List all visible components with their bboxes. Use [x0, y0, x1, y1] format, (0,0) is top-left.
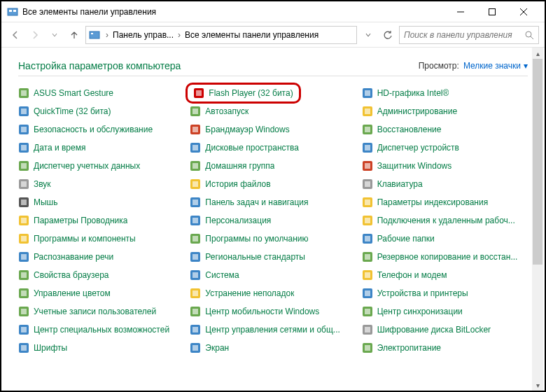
scrollbar[interactable]: ▴ ▾: [532, 48, 543, 391]
window-title: Все элементы панели управления: [22, 7, 444, 17]
applet-icon: [190, 142, 201, 153]
up-button[interactable]: [66, 27, 83, 43]
control-panel-item[interactable]: Программы и компоненты: [18, 232, 184, 246]
control-panel-item[interactable]: Панель задач и навигация: [190, 195, 356, 209]
applet-label: Клавиатура: [377, 179, 423, 189]
control-panel-item[interactable]: Система: [190, 268, 356, 282]
control-panel-item[interactable]: Центр специальных возможностей: [18, 323, 184, 337]
control-panel-icon: [89, 29, 100, 41]
control-panel-item[interactable]: HD-графика Intel®: [362, 86, 528, 100]
svg-rect-82: [365, 290, 370, 296]
svg-rect-96: [21, 345, 27, 351]
close-button[interactable]: [507, 2, 539, 22]
control-panel-item[interactable]: Параметры Проводника: [18, 214, 184, 227]
control-panel-item[interactable]: Безопасность и обслуживание: [18, 122, 184, 136]
control-panel-item[interactable]: Центр мобильности Windows: [190, 304, 356, 318]
svg-rect-1: [9, 10, 12, 12]
control-panel-item[interactable]: ASUS Smart Gesture: [18, 86, 184, 100]
control-panel-item[interactable]: Параметры индексирования: [362, 195, 528, 209]
applet-icon: [190, 215, 201, 226]
chevron-right-icon[interactable]: ›: [103, 30, 111, 40]
forward-button[interactable]: [27, 27, 43, 43]
control-panel-item[interactable]: Мышь: [18, 195, 184, 209]
control-panel-item[interactable]: Персонализация: [190, 214, 356, 227]
control-panel-item[interactable]: Распознавание речи: [18, 250, 184, 264]
control-panel-item[interactable]: Телефон и модем: [362, 268, 528, 282]
svg-rect-80: [192, 290, 198, 296]
applet-label: Защитник Windows: [377, 161, 452, 171]
control-panel-item[interactable]: Домашняя группа: [190, 159, 356, 173]
search-input[interactable]: [404, 30, 524, 40]
control-panel-item[interactable]: Региональные стандарты: [190, 250, 356, 264]
control-panel-item[interactable]: Управление цветом: [18, 286, 184, 300]
scrollbar-thumb[interactable]: [533, 59, 542, 265]
control-panel-item[interactable]: История файлов: [190, 177, 356, 191]
svg-rect-66: [21, 254, 27, 260]
breadcrumb-segment[interactable]: Все элементы панели управления: [183, 30, 320, 40]
control-panel-item[interactable]: Устранение неполадок: [190, 286, 356, 300]
applet-label: Мышь: [34, 197, 58, 207]
control-panel-item[interactable]: Клавиатура: [362, 177, 528, 191]
control-panel-item[interactable]: Экран: [190, 341, 356, 355]
applet-label: Восстановление: [377, 125, 442, 134]
applet-label: Учетные записи пользователей: [34, 307, 156, 316]
chevron-right-icon[interactable]: ›: [175, 30, 183, 40]
applet-icon: [18, 306, 29, 317]
applet-label: Дата и время: [34, 143, 85, 153]
svg-rect-88: [365, 309, 370, 314]
control-panel-item[interactable]: Центр синхронизации: [362, 304, 528, 318]
svg-rect-30: [21, 145, 27, 150]
svg-rect-20: [192, 108, 198, 114]
scroll-down-button[interactable]: ▾: [532, 379, 543, 391]
applet-icon: [18, 178, 29, 190]
svg-rect-7: [90, 31, 99, 38]
control-panel-item[interactable]: Шрифты: [18, 341, 184, 355]
applet-icon: [190, 197, 201, 208]
breadcrumb[interactable]: › Панель управ... › Все элементы панели …: [85, 26, 357, 44]
control-panel-item[interactable]: Устройства и принтеры: [362, 286, 528, 300]
applet-icon: [190, 124, 201, 135]
applet-label: Дисковые пространства: [205, 143, 299, 153]
recent-dropdown[interactable]: [46, 27, 63, 43]
control-panel-item[interactable]: Брандмауэр Windows: [190, 122, 356, 136]
control-panel-item[interactable]: QuickTime (32 бита): [18, 104, 184, 118]
control-panel-item[interactable]: Администрирование: [362, 104, 528, 118]
control-panel-item[interactable]: Рабочие папки: [362, 232, 528, 246]
control-panel-item[interactable]: Дисковые пространства: [190, 141, 356, 155]
control-panel-item[interactable]: Резервное копирование и восстан...: [362, 250, 528, 264]
control-panel-item[interactable]: Диспетчер учетных данных: [18, 159, 184, 173]
control-panel-item[interactable]: Учетные записи пользователей: [18, 304, 184, 318]
applet-label: Система: [205, 270, 239, 280]
applet-icon: [190, 160, 201, 172]
breadcrumb-segment[interactable]: Панель управ...: [111, 30, 175, 40]
applet-label: QuickTime (32 бита): [34, 106, 111, 116]
applet-label: Телефон и модем: [377, 270, 447, 280]
refresh-button[interactable]: [379, 27, 396, 43]
control-panel-item[interactable]: Подключения к удаленным рабоч...: [362, 214, 528, 227]
control-panel-item[interactable]: Центр управления сетями и общ...: [190, 323, 356, 337]
control-panel-item[interactable]: Шифрование диска BitLocker: [362, 323, 528, 337]
control-panel-item[interactable]: Диспетчер устройств: [362, 141, 528, 155]
control-panel-item[interactable]: Электропитание: [362, 341, 528, 355]
control-panel-item[interactable]: Восстановление: [362, 122, 528, 136]
view-selector[interactable]: Мелкие значки▾: [463, 61, 528, 71]
breadcrumb-dropdown[interactable]: [360, 27, 377, 43]
applet-icon: [362, 270, 373, 281]
control-panel-item[interactable]: Свойства браузера: [18, 268, 184, 282]
control-panel-item[interactable]: Дата и время: [18, 141, 184, 155]
search-box[interactable]: [399, 26, 539, 44]
control-panel-item[interactable]: Flash Player (32 бита): [190, 86, 356, 100]
applet-label: Рабочие папки: [377, 234, 435, 244]
svg-rect-34: [365, 145, 370, 150]
control-panel-item[interactable]: Автозапуск: [190, 104, 356, 118]
back-button[interactable]: [7, 27, 24, 43]
scroll-up-button[interactable]: ▴: [532, 48, 543, 59]
control-panel-item[interactable]: Защитник Windows: [362, 159, 528, 173]
applet-label: Flash Player (32 бита): [209, 88, 293, 98]
maximize-button[interactable]: [476, 2, 507, 22]
highlighted-item[interactable]: Flash Player (32 бита): [186, 83, 300, 104]
control-panel-item[interactable]: Звук: [18, 177, 184, 191]
control-panel-item[interactable]: Программы по умолчанию: [190, 232, 356, 246]
minimize-button[interactable]: [444, 2, 476, 22]
applet-icon: [18, 106, 29, 117]
